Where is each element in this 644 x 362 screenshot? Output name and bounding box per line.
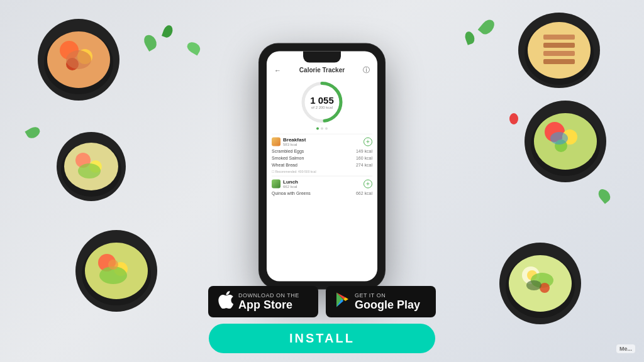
app-store-sub-text: Download on the [238, 292, 299, 299]
leaf-deco-7 [596, 187, 613, 204]
breakfast-header: Breakfast 583 kcal + [272, 134, 372, 148]
dots-indicator [316, 128, 328, 130]
phone-mockup: ← Calorie Tracker ⓘ 1 055 [259, 44, 385, 289]
svg-rect-10 [543, 51, 575, 56]
google-play-button[interactable]: GET IT ON Google Play [326, 286, 436, 317]
food-bowl-middle-right [525, 101, 606, 182]
breakfast-name: Breakfast [283, 137, 306, 143]
svg-point-5 [66, 50, 91, 69]
google-play-sub-text: GET IT ON [355, 292, 420, 299]
breakfast-add-button[interactable]: + [364, 137, 372, 146]
app-store-main-text: App Store [238, 299, 299, 312]
lunch-kcal: 662 kcal [283, 185, 298, 189]
food-bowl-bottom-left [75, 230, 157, 312]
svg-point-35 [526, 280, 541, 290]
food-item-wheat-bread: Wheat Bread 274 kcal [272, 162, 372, 168]
leaf-deco-3 [185, 40, 202, 56]
food-bowl-middle-left [57, 132, 126, 201]
breakfast-kcal: 583 kcal [283, 143, 306, 146]
lunch-name: Lunch [283, 179, 298, 185]
breakfast-recommendation: ☐ Recommended: 400-500 kcal [272, 168, 372, 176]
svg-rect-8 [543, 35, 575, 40]
food-item-quinoa: Quinoa with Greens 662 kcal [272, 190, 372, 197]
leaf-deco-1 [142, 33, 159, 52]
food-item-scrambled-eggs: Scrambled Eggs 149 kcal [272, 148, 372, 155]
leaf-deco-2 [162, 24, 174, 39]
store-buttons-row: Download on the App Store GET IT ON Go [208, 286, 436, 317]
app-store-button[interactable]: Download on the App Store [208, 286, 318, 317]
google-play-main-text: Google Play [355, 299, 420, 312]
calorie-sub: of 2 200 kcal [310, 106, 334, 109]
svg-rect-11 [543, 59, 575, 64]
food-bowl-top-right [518, 13, 600, 88]
lunch-header: Lunch 662 kcal + [272, 176, 372, 190]
calorie-circle-section: 1 055 of 2 200 kcal [267, 77, 377, 134]
food-item-smoked-salmon: Smoked Salmon 160 kcal [272, 155, 372, 162]
google-play-icon [336, 292, 350, 312]
info-icon: ⓘ [363, 65, 370, 75]
leaf-deco-5 [464, 30, 476, 45]
food-bowl-bottom-right [499, 243, 581, 324]
bottom-section: Download on the App Store GET IT ON Go [165, 286, 479, 362]
back-arrow-icon: ← [274, 66, 281, 74]
calorie-number: 1 055 [310, 95, 334, 106]
svg-point-28 [550, 132, 568, 145]
svg-point-7 [528, 22, 591, 79]
tomato-deco-1 [509, 113, 518, 124]
apple-icon [218, 291, 233, 312]
phone-notch [303, 52, 341, 63]
meal-list: Breakfast 583 kcal + Scrambled Eggs 149 … [267, 134, 377, 282]
screen-title: Calorie Tracker [299, 67, 345, 74]
watermark: Me... [616, 344, 635, 353]
svg-point-22 [108, 260, 118, 270]
leaf-deco-6 [25, 125, 42, 141]
svg-rect-9 [543, 43, 575, 48]
leaf-deco-4 [478, 17, 497, 36]
lunch-add-button[interactable]: + [364, 179, 372, 188]
svg-point-16 [78, 163, 101, 178]
background: ← Calorie Tracker ⓘ 1 055 [0, 0, 644, 362]
install-button[interactable]: INSTALL [209, 324, 435, 353]
phone-screen: ← Calorie Tracker ⓘ 1 055 [267, 52, 377, 282]
food-bowl-top-left [38, 19, 119, 101]
